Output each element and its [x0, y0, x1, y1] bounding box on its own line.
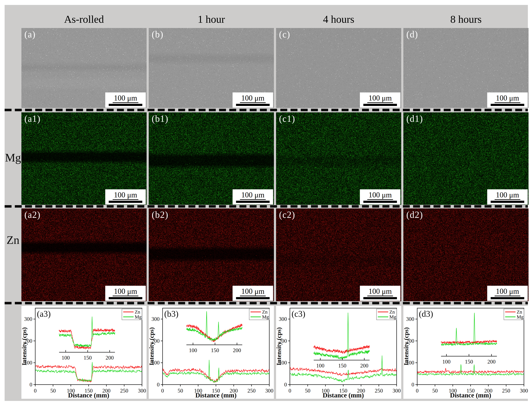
- zn-eds-map-panel: (b2) 100 μm: [149, 208, 274, 301]
- row-label-mg: Mg: [5, 151, 21, 164]
- panel-label: (b): [152, 29, 163, 39]
- scale-bar: 100 μm: [487, 286, 528, 301]
- scale-bar-text: 100 μm: [495, 94, 520, 103]
- panel-label: (b2): [152, 209, 168, 220]
- line-scan-plot-a3: 0100200300050100150200250300Distance (mm…: [21, 306, 146, 399]
- x-tick-label: 50: [305, 388, 310, 394]
- line-scan-chart: 0100200300050100150200250300Distance (mm…: [149, 306, 274, 399]
- inset-tick-label: 200: [233, 347, 241, 353]
- scale-bar-text: 100 μm: [367, 191, 393, 200]
- panel-label: (a2): [24, 209, 40, 220]
- y-tick-label: 300: [406, 316, 414, 322]
- scale-bar-text: 100 μm: [113, 191, 139, 200]
- row-label-zn: Zn: [5, 234, 21, 247]
- panel-label: (a1): [24, 113, 40, 124]
- y-axis-title: Intensity (cps): [149, 327, 155, 365]
- scale-bar: 100 μm: [487, 189, 528, 204]
- legend-label-zn: Zn: [135, 309, 140, 314]
- x-tick-label: 300: [393, 388, 401, 394]
- x-axis-title: Distance (mm): [195, 391, 237, 399]
- legend: ZnMg: [249, 309, 269, 320]
- column-header-1-hour: 1 hour: [149, 13, 274, 25]
- inset-tick-label: 200: [360, 363, 369, 369]
- column-header-8-hours: 8 hours: [403, 13, 529, 25]
- line-scan-plot-b3: 0100200300050100150200250300Distance (mm…: [149, 306, 274, 399]
- scale-bar-line: [363, 297, 397, 299]
- panel-label: (b1): [152, 113, 168, 124]
- inset-tick-label: 150: [84, 355, 92, 361]
- panel-label: (d2): [406, 209, 423, 220]
- zn-eds-map-panel: (a2) 100 μm: [21, 208, 146, 301]
- y-tick-label: 0: [30, 382, 32, 388]
- dashed-separator: [5, 302, 528, 304]
- x-tick-label: 50: [50, 388, 56, 394]
- x-tick-label: 300: [138, 388, 146, 394]
- scale-bar-text: 100 μm: [113, 288, 139, 296]
- panel-label: (d1): [406, 113, 423, 124]
- legend-label-zn: Zn: [389, 309, 395, 314]
- scale-bar-text: 100 μm: [113, 94, 139, 103]
- y-tick-label: 0: [157, 382, 160, 388]
- sem-image-panel: (d) 100 μm: [403, 28, 529, 108]
- legend: ZnMg: [122, 309, 142, 320]
- zn-eds-map-panel: (d2) 100 μm: [403, 208, 529, 301]
- y-tick-label: 0: [412, 382, 414, 388]
- scale-bar: 100 μm: [232, 93, 273, 108]
- line-scan-chart: 0100200300050100150200250300Distance (mm…: [276, 306, 401, 399]
- line-scan-chart: 0100200300050100150200250300Distance (mm…: [403, 306, 529, 399]
- scale-bar-text: 100 μm: [367, 288, 393, 296]
- x-tick-label: 50: [432, 388, 438, 394]
- inset-tick-label: 150: [465, 359, 473, 365]
- scale-bar-line: [363, 104, 397, 106]
- plot-panel-label: (b3): [164, 309, 178, 319]
- inset-tick-label: 100: [62, 355, 70, 361]
- panel-label: (d): [406, 29, 418, 39]
- legend-label-mg: Mg: [517, 314, 524, 320]
- scale-bar-line: [363, 201, 397, 203]
- scale-bar-line: [236, 201, 270, 203]
- scale-bar: 100 μm: [105, 189, 146, 204]
- line-scan-chart: 0100200300050100150200250300Distance (mm…: [21, 306, 146, 399]
- mg-eds-map-panel: (a1) 100 μm: [21, 112, 146, 205]
- plot-panel-label: (d3): [419, 309, 433, 319]
- x-axis-title: Distance (mm): [323, 391, 364, 399]
- line-scan-plot-d3: 0100200300050100150200250300Distance (mm…: [403, 306, 529, 399]
- dashed-separator: [5, 205, 528, 208]
- scale-bar-line: [491, 201, 524, 203]
- panel-label: (c1): [279, 113, 295, 124]
- scale-bar: 100 μm: [360, 189, 401, 204]
- panel-label: (c2): [279, 209, 295, 220]
- scale-bar: 100 μm: [232, 286, 273, 301]
- x-tick-label: 250: [120, 388, 128, 394]
- y-axis-title: Intensity (cps): [403, 327, 410, 365]
- legend-label-zn: Zn: [517, 309, 522, 314]
- x-tick-label: 300: [520, 388, 528, 394]
- scale-bar: 100 μm: [105, 93, 146, 108]
- scale-bar-line: [491, 104, 524, 106]
- x-tick-label: 0: [416, 388, 419, 394]
- scale-bar: 100 μm: [105, 286, 146, 301]
- scale-bar: 100 μm: [487, 93, 528, 108]
- panel-label: (c): [279, 29, 290, 39]
- scale-bar-line: [236, 297, 270, 299]
- y-tick-label: 300: [24, 316, 32, 322]
- y-axis-title: Intensity (cps): [21, 327, 28, 365]
- legend-label-zn: Zn: [262, 309, 268, 314]
- y-tick-label: 0: [284, 382, 287, 388]
- dashed-separator: [5, 109, 528, 111]
- y-tick-label: 300: [279, 316, 287, 322]
- panel-label: (a): [24, 29, 36, 39]
- y-tick-label: 300: [152, 316, 160, 322]
- inset-tick-label: 100: [442, 359, 451, 365]
- x-axis-title: Distance (mm): [68, 391, 109, 399]
- x-tick-label: 250: [502, 388, 510, 394]
- scale-bar: 100 μm: [360, 286, 401, 301]
- sem-image-panel: (a) 100 μm: [21, 28, 146, 108]
- inset-tick-label: 100: [189, 347, 197, 353]
- x-tick-label: 300: [265, 388, 273, 394]
- plot-panel-label: (a3): [37, 309, 51, 319]
- sem-image-panel: (c) 100 μm: [276, 28, 401, 108]
- zn-eds-map-panel: (c2) 100 μm: [276, 208, 401, 301]
- line-scan-plot-c3: 0100200300050100150200250300Distance (mm…: [276, 306, 401, 399]
- scale-bar-text: 100 μm: [240, 191, 266, 200]
